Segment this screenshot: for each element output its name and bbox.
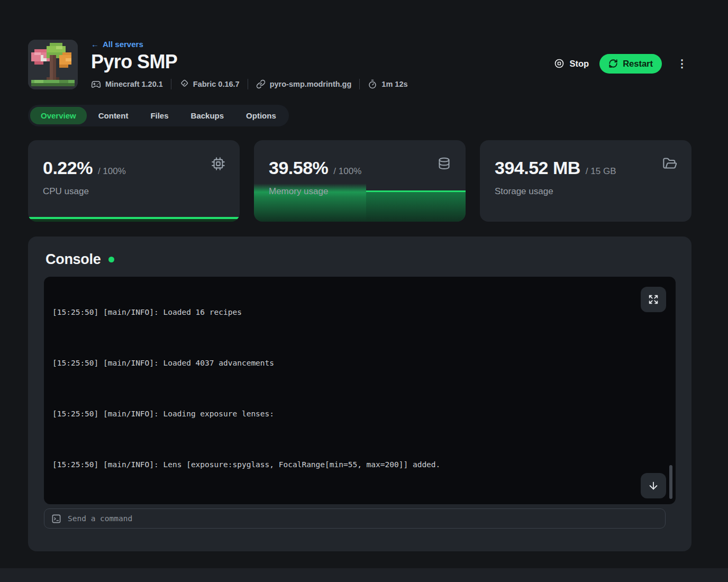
fabric-loader-icon (179, 79, 189, 89)
link-icon (256, 79, 266, 89)
stats-row: 0.22% / 100% CPU usage 39.58% / 100% Mem… (28, 140, 691, 222)
gamepad-icon (91, 79, 101, 89)
server-online-status-dot (108, 257, 114, 262)
back-to-all-servers-link[interactable]: ← All servers (91, 40, 143, 49)
terminal-icon (51, 514, 61, 524)
server-avatar (28, 40, 78, 89)
memory-usage-label: Memory usage (269, 186, 451, 197)
cpu-usage-label: CPU usage (43, 186, 225, 197)
console-fullscreen-button[interactable] (641, 287, 666, 312)
pixel-tree-image (28, 40, 78, 89)
tab-content[interactable]: Content (88, 107, 139, 124)
tab-overview[interactable]: Overview (30, 107, 87, 124)
console-scrollbar-thumb[interactable] (669, 465, 672, 499)
meta-uptime: 1m 12s (368, 79, 407, 89)
header-actions: Stop Restart ⋮ (554, 53, 691, 74)
meta-game-version: Minecraft 1.20.1 (91, 79, 163, 89)
meta-divider (359, 79, 360, 89)
meta-divider (171, 79, 171, 89)
console-log-viewport[interactable]: [15:25:50] [main/INFO]: Loaded 16 recipe… (44, 277, 676, 504)
page-title: Pyro SMP (91, 51, 408, 73)
restart-button[interactable]: Restart (599, 54, 662, 74)
stop-circle-icon (554, 58, 565, 69)
restart-icon (608, 59, 618, 68)
kebab-icon: ⋮ (677, 58, 687, 69)
folder-open-icon (662, 157, 677, 171)
server-header: ← All servers Pyro SMP Minecraft 1.20.1 (28, 0, 691, 89)
console-title-row: Console (46, 251, 676, 268)
command-input-row (44, 508, 666, 529)
meta-label: Fabric 0.16.7 (193, 80, 240, 88)
storage-usage-max: / 15 GB (586, 166, 616, 177)
stop-button[interactable]: Stop (554, 58, 589, 69)
back-link-label: All servers (103, 40, 143, 49)
meta-loader: Fabric 0.16.7 (179, 79, 240, 89)
tab-files[interactable]: Files (140, 107, 179, 124)
log-line: [15:25:50] [main/INFO]: Lens [exposure:s… (52, 456, 667, 473)
console-card: Console [15:25:50] [main/INFO]: Loaded 1… (28, 237, 691, 551)
cpu-usage-value: 0.22% (43, 158, 93, 178)
tab-options[interactable]: Options (235, 107, 287, 124)
memory-usage-card: 39.58% / 100% Memory usage (254, 140, 466, 222)
memory-usage-max: / 100% (333, 166, 361, 177)
storage-usage-card: 394.52 MB / 15 GB Storage usage (480, 140, 691, 222)
meta-label: Minecraft 1.20.1 (105, 80, 163, 88)
server-tabs: Overview Content Files Backups Options (28, 105, 289, 126)
storage-usage-value: 394.52 MB (495, 158, 580, 178)
meta-label: 1m 12s (381, 80, 407, 88)
memory-usage-value: 39.58% (269, 158, 328, 178)
console-title: Console (46, 251, 101, 268)
cpu-icon (211, 157, 225, 171)
arrow-down-icon (648, 480, 659, 492)
database-icon (437, 157, 451, 171)
storage-usage-label: Storage usage (495, 186, 677, 197)
timer-icon (368, 79, 377, 89)
meta-server-address[interactable]: pyro-smp.modrinth.gg (256, 79, 352, 89)
log-line: [15:25:50] [main/INFO]: Loaded 4037 adva… (52, 354, 667, 371)
next-section-edge (0, 568, 728, 582)
restart-button-label: Restart (623, 59, 653, 69)
server-info: ← All servers Pyro SMP Minecraft 1.20.1 (91, 40, 408, 89)
log-line: [15:25:50] [main/INFO]: Loaded 16 recipe… (52, 304, 667, 321)
log-line: [15:25:50] [main/INFO]: Loading exposure… (52, 405, 667, 422)
meta-divider (248, 79, 248, 89)
back-arrow-icon: ← (91, 40, 99, 49)
expand-icon (648, 294, 659, 305)
console-log: [15:25:50] [main/INFO]: Loaded 16 recipe… (52, 277, 667, 504)
stop-button-label: Stop (569, 59, 589, 69)
meta-label: pyro-smp.modrinth.gg (270, 80, 352, 88)
tab-backups[interactable]: Backups (180, 107, 235, 124)
cpu-usage-graph (28, 217, 240, 222)
server-meta-row: Minecraft 1.20.1 Fabric 0.16.7 (91, 79, 408, 89)
more-options-button[interactable]: ⋮ (672, 56, 691, 71)
scroll-to-bottom-button[interactable] (641, 473, 666, 498)
cpu-usage-card: 0.22% / 100% CPU usage (28, 140, 240, 222)
command-input[interactable] (68, 514, 658, 523)
cpu-usage-max: / 100% (98, 166, 126, 177)
